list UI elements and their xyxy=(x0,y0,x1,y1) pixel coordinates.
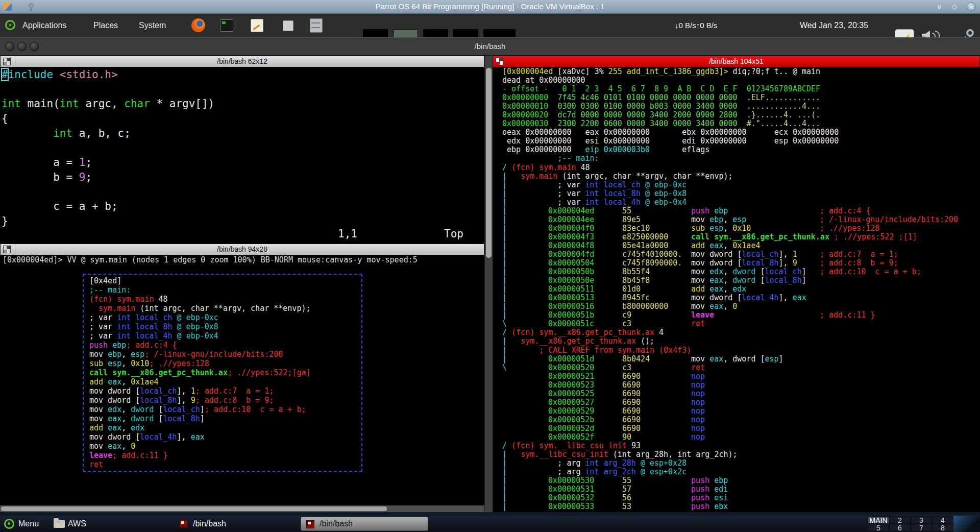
disasm-line: |0x000004f805e41a0000add eax, 0x1ae4 xyxy=(502,241,980,250)
workspace-cell[interactable]: MAIN xyxy=(868,516,889,524)
graph-node-line: mov edx, dword [local_ch]; add.c:10 c = … xyxy=(89,405,361,414)
network-speed-applet[interactable]: ↓0 B/s↑0 B/s xyxy=(675,14,717,37)
radare2-disasm-pane[interactable]: [0x000004ed [xaDvc] 3% 255 add_int_C_i38… xyxy=(493,67,980,512)
disasm-line: | sym.main (int argc, char **argv, char … xyxy=(502,172,980,181)
app-launcher-icon[interactable] xyxy=(283,20,293,31)
disasm-line: |0x000005138945fcmov dword [local_4h], e… xyxy=(502,294,980,302)
terminal-window-titlebar[interactable]: /bin/bash xyxy=(0,37,980,56)
folder-icon[interactable] xyxy=(54,520,65,528)
radare2-graph-pane[interactable]: [0x000004ed]> VV @ sym.main (nodes 1 edg… xyxy=(0,255,484,505)
disasm-line: | ; CALL XREF from sym.main (0x4f3) xyxy=(502,346,980,355)
editor-line: a = 1; xyxy=(2,155,484,170)
disasm-line: dead at 0x00000000 xyxy=(502,76,980,85)
disasm-line: 0x0000052f90nop xyxy=(502,433,980,442)
disasm-line: ;-- main: xyxy=(502,154,980,163)
close-icon[interactable]: ✕ xyxy=(967,2,976,11)
vim-editor-pane[interactable]: #include <stdio.h>int main(int argc, cha… xyxy=(0,67,484,244)
disasm-line: |0x0000051101d0add eax, edx xyxy=(502,285,980,294)
virtualbox-vm-icon xyxy=(4,3,12,11)
workspace-cell[interactable]: 3 xyxy=(911,516,932,524)
graph-node-line: call sym.__x86.get_pc_thunk.ax; .//ypes:… xyxy=(89,368,361,377)
editor-line: { xyxy=(2,111,484,126)
window-button-icon[interactable] xyxy=(17,42,27,51)
graph-node-line: mov dword [local_4h], eax xyxy=(89,432,361,442)
clock[interactable]: Wed Jan 23, 20:35 xyxy=(800,14,868,37)
wallpaper-glimpse xyxy=(953,516,980,532)
disasm-line: 0x000005256690nop xyxy=(502,390,980,398)
disasm-line: 0x000005236690nop xyxy=(502,381,980,390)
pane-menu-icon[interactable] xyxy=(3,246,11,253)
disasm-line: |0x000004ee89e5mov ebp, esp; /-linux-gnu… xyxy=(502,215,980,224)
disasm-line: 0x000005276690nop xyxy=(502,398,980,407)
disasm-pane-title: /bin/bash 104x51 xyxy=(709,57,764,65)
firefox-icon[interactable] xyxy=(191,18,205,32)
disasm-line: - offset - 0 1 2 3 4 5 6 7 8 9 A B C D E… xyxy=(502,85,980,93)
restore-icon[interactable]: ◇ xyxy=(949,0,960,14)
graph-node-line: [0x4ed] xyxy=(89,276,361,285)
disasm-line: |0x000004fdc745f4010000.mov dword [local… xyxy=(502,250,980,259)
disasm-line: |0x0000050b8b55f4mov edx, dword [local_c… xyxy=(502,268,980,276)
taskbar-menu-icon[interactable] xyxy=(4,519,14,529)
horizontal-scrollbar[interactable] xyxy=(0,505,484,512)
chevron-down-icon[interactable]: ∨ xyxy=(934,0,944,14)
disasm-line: | sym.__libc_csu_init (int arg_28h, int … xyxy=(502,450,980,459)
task-button-label: /bin/bash xyxy=(320,517,353,530)
net-down-rate: ↓0 B/s xyxy=(675,21,696,30)
disasm-line: 0x0000052b6690nop xyxy=(502,416,980,424)
text-editor-icon[interactable] xyxy=(251,19,263,32)
workspace-cell[interactable]: 8 xyxy=(932,524,953,531)
net-up-rate: ↑0 B/s xyxy=(696,21,718,30)
graph-node-line: ;-- main: xyxy=(89,285,361,295)
editor-pane-titlebar[interactable]: /bin/bash 62x12 xyxy=(0,56,484,67)
xterm-icon xyxy=(306,520,314,528)
workspace-cell[interactable]: 7 xyxy=(911,524,932,531)
menu-places[interactable]: Places xyxy=(93,14,118,37)
vim-position-indicator: Top xyxy=(444,228,463,240)
parrot-menu-icon[interactable] xyxy=(5,20,15,30)
workspace-cell[interactable]: 5 xyxy=(868,524,889,531)
file-cabinet-icon[interactable] xyxy=(310,18,323,33)
disasm-line: 0x000005296690nop xyxy=(502,407,980,416)
task-button-bash-2-active[interactable]: /bin/bash xyxy=(301,517,428,531)
graph-node-line: sub esp, 0x10; .//ypes:128 xyxy=(89,359,361,368)
disasm-line: \0x00000520c3ret xyxy=(502,364,980,372)
window-button-icon[interactable] xyxy=(5,42,14,51)
disasm-pane-titlebar[interactable]: /bin/bash 104x51 xyxy=(493,56,980,67)
disasm-line: edx 0x00000000 esi 0x00000000 edi 0x0000… xyxy=(502,137,980,146)
workspace-cell[interactable]: 2 xyxy=(889,516,911,524)
vertical-scrollbar[interactable] xyxy=(484,56,493,512)
disasm-line: |0x000004f083ec10sub esp, 0x10; .//ypes:… xyxy=(502,224,980,233)
menu-system[interactable]: System xyxy=(139,14,166,37)
task-button-bash-1[interactable]: /bin/bash xyxy=(176,516,288,532)
workspace-cell[interactable]: 4 xyxy=(932,516,953,524)
editor-line: c = a + b; xyxy=(2,199,484,214)
workspace-cell[interactable]: 6 xyxy=(889,524,911,531)
pane-menu-icon[interactable] xyxy=(496,58,503,65)
scrollbar-thumb[interactable] xyxy=(1,506,387,511)
disasm-line: | ; var int local_ch @ ebp-0xc xyxy=(502,181,980,189)
graph-node-line: (fcn) sym.main 48 xyxy=(89,295,361,304)
magnifier-icon[interactable] xyxy=(966,29,974,37)
taskbar-menu-button[interactable]: Menu xyxy=(18,516,39,532)
window-title: Parrot OS 64 Bit Programming [Running] -… xyxy=(0,0,980,13)
menu-applications[interactable]: Applications xyxy=(22,14,66,37)
graph-node-line: mov eax, 0 xyxy=(89,442,361,451)
pin-icon[interactable] xyxy=(29,3,34,8)
graph-node-line: ; var int local_ch @ ebp-0xc xyxy=(89,313,361,322)
disasm-line: |0x00000516b800000000mov eax, 0 xyxy=(502,302,980,311)
disasm-line: |0x0000053157push edi xyxy=(502,485,980,494)
disasm-line: |0x0000053055push ebp xyxy=(502,476,980,485)
pane-menu-icon[interactable] xyxy=(3,58,11,65)
graph-node-line: mov eax, dword [local_8h] xyxy=(89,414,361,423)
workspace-pager[interactable]: MAIN2345678 xyxy=(868,516,953,531)
disasm-line: |0x0000051bc9leave; add.c:11 } xyxy=(502,311,980,320)
basic-block-node[interactable]: [0x4ed];-- main:(fcn) sym.main 48 sym.ma… xyxy=(83,274,362,472)
terminal-launcher-icon[interactable] xyxy=(220,19,233,32)
taskbar-aws-shortcut[interactable]: AWS xyxy=(68,516,86,532)
window-button-icon[interactable] xyxy=(30,42,39,51)
graph-pane-titlebar[interactable]: /bin/bash 94x28 xyxy=(0,244,484,255)
scrollbar-thumb[interactable] xyxy=(486,68,492,258)
graph-pane-title: /bin/bash 94x28 xyxy=(217,245,267,253)
disasm-line: | ; arg int arg_28h @ esp+0x28 xyxy=(502,459,980,468)
task-button-label: /bin/bash xyxy=(193,516,226,532)
